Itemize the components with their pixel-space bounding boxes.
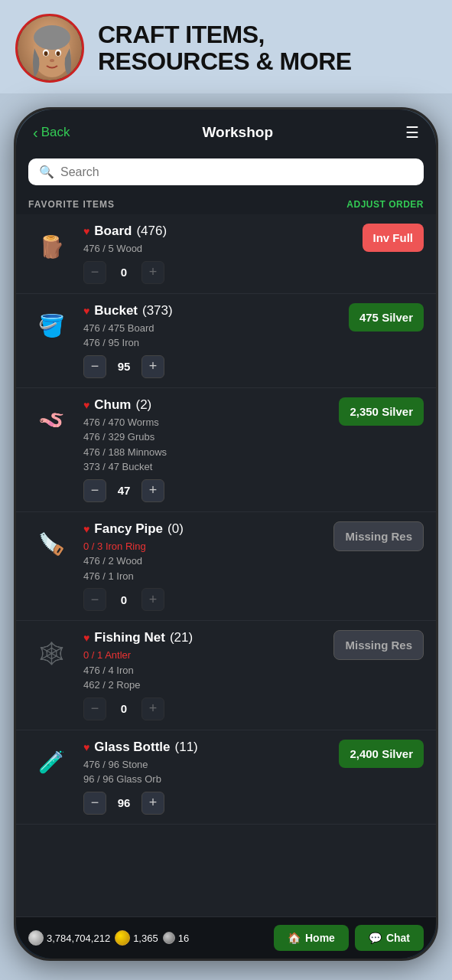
item-details-bucket: ♥ Bucket (373) 476 / 475 Board476 / 95 I… <box>83 303 323 378</box>
promo-header: CRAFT ITEMS, RESOURCES & MORE <box>0 0 452 93</box>
resource-line: 476 / 188 Minnows <box>83 445 323 460</box>
item-details-board: ♥ Board (476) 476 / 5 Wood − 0 + <box>83 224 323 284</box>
favorite-heart-icon[interactable]: ♥ <box>83 632 89 644</box>
action-button[interactable]: 475 Silver <box>349 303 424 332</box>
item-count: (11) <box>175 740 198 755</box>
qty-plus-button[interactable]: + <box>141 261 164 284</box>
item-action-glass-bottle: 2,400 Silver <box>332 740 424 768</box>
favorite-heart-icon[interactable]: ♥ <box>83 523 89 535</box>
item-action-fancy-pipe: Missing Res <box>332 521 424 551</box>
favorite-heart-icon[interactable]: ♥ <box>83 741 89 753</box>
qty-value: 0 <box>112 266 135 279</box>
svg-point-2 <box>34 25 70 50</box>
quantity-row: − 0 + <box>83 697 323 720</box>
item-icon-board: 🪵 <box>28 224 74 270</box>
resource-line: 96 / 96 Glass Orb <box>83 772 323 787</box>
adjust-order-button[interactable]: ADJUST ORDER <box>346 199 424 210</box>
items-list: 🪵 ♥ Board (476) 476 / 5 Wood − 0 + Inv F… <box>16 214 436 916</box>
section-header: FAVORITE ITEMS ADJUST ORDER <box>16 193 436 214</box>
qty-minus-button[interactable]: − <box>83 355 106 378</box>
resource-line: 373 / 47 Bucket <box>83 459 323 475</box>
qty-value: 47 <box>112 484 135 497</box>
resource-line: 476 / 329 Grubs <box>83 430 323 445</box>
item-name: Bucket <box>94 303 138 318</box>
avatar <box>15 14 84 83</box>
resource-line: 476 / 95 Iron <box>83 335 323 351</box>
item-icon-chum: 🪱 <box>28 397 74 443</box>
small-coin-icon <box>163 932 175 944</box>
qty-minus-button[interactable]: − <box>83 479 106 502</box>
search-input-wrap[interactable]: 🔍 <box>28 158 424 185</box>
qty-value: 95 <box>112 360 135 373</box>
chat-label: Chat <box>386 932 410 944</box>
qty-minus-button[interactable]: − <box>83 588 106 611</box>
resource-missing: 0 / 3 Iron Ring <box>83 539 323 554</box>
action-button[interactable]: 2,350 Silver <box>339 397 424 426</box>
screen-title: Workshop <box>202 124 273 141</box>
item-title-row: ♥ Board (476) <box>83 224 323 239</box>
list-item: 🕸️ ♥ Fishing Net (21) 0 / 1 Antler476 / … <box>16 621 436 730</box>
favorite-heart-icon[interactable]: ♥ <box>83 305 89 317</box>
quantity-row: − 0 + <box>83 261 323 284</box>
list-item: 🪣 ♥ Bucket (373) 476 / 475 Board476 / 95… <box>16 294 436 388</box>
qty-plus-button[interactable]: + <box>141 355 164 378</box>
screen: ‹ Back Workshop ☰ 🔍 FAVORITE ITEMS ADJUS… <box>16 109 436 959</box>
quantity-row: − 0 + <box>83 588 323 611</box>
item-count: (2) <box>135 397 151 413</box>
qty-plus-button[interactable]: + <box>141 792 164 815</box>
currency-group: 3,784,704,212 1,365 16 <box>28 930 266 946</box>
search-input[interactable] <box>60 165 413 179</box>
qty-minus-button[interactable]: − <box>83 261 106 284</box>
menu-icon[interactable]: ☰ <box>405 123 419 142</box>
action-button[interactable]: Inv Full <box>363 224 424 252</box>
item-icon-fancy-pipe: 🪚 <box>28 521 74 567</box>
silver-value: 3,784,704,212 <box>47 933 110 944</box>
svg-point-7 <box>50 59 54 62</box>
list-item: 🪚 ♥ Fancy Pipe (0) 0 / 3 Iron Ring476 / … <box>16 512 436 622</box>
currency-gold: 1,365 <box>115 930 158 946</box>
item-name: Board <box>94 224 132 239</box>
item-title-row: ♥ Fancy Pipe (0) <box>83 521 323 537</box>
item-count: (373) <box>142 303 173 318</box>
action-button[interactable]: 2,400 Silver <box>339 740 424 768</box>
back-chevron-icon: ‹ <box>33 124 38 142</box>
item-action-chum: 2,350 Silver <box>332 397 424 426</box>
favorite-heart-icon[interactable]: ♥ <box>83 399 89 411</box>
search-bar: 🔍 <box>16 151 436 193</box>
home-button[interactable]: 🏠 Home <box>274 925 349 951</box>
item-icon-fishing-net: 🕸️ <box>28 630 74 676</box>
item-details-chum: ♥ Chum (2) 476 / 470 Worms476 / 329 Grub… <box>83 397 323 502</box>
item-count: (21) <box>170 630 193 645</box>
item-name: Glass Bottle <box>94 740 170 755</box>
qty-plus-button[interactable]: + <box>141 697 164 720</box>
action-button[interactable]: Missing Res <box>333 521 424 551</box>
item-details-glass-bottle: ♥ Glass Bottle (11) 476 / 96 Stone96 / 9… <box>83 740 323 815</box>
item-title-row: ♥ Chum (2) <box>83 397 323 413</box>
qty-minus-button[interactable]: − <box>83 697 106 720</box>
qty-plus-button[interactable]: + <box>141 588 164 611</box>
gold-value: 1,365 <box>133 933 158 944</box>
back-label: Back <box>41 125 70 140</box>
home-icon: 🏠 <box>288 932 301 944</box>
nav-btn-group: 🏠 Home 💬 Chat <box>274 925 424 951</box>
resource-line: 476 / 4 Iron <box>83 663 323 678</box>
item-action-board: Inv Full <box>332 224 424 252</box>
qty-plus-button[interactable]: + <box>141 479 164 502</box>
qty-minus-button[interactable]: − <box>83 792 106 815</box>
back-button[interactable]: ‹ Back <box>33 124 70 142</box>
top-bar: ‹ Back Workshop ☰ <box>16 109 436 151</box>
favorite-items-label: FAVORITE ITEMS <box>28 199 115 210</box>
favorite-heart-icon[interactable]: ♥ <box>83 225 89 237</box>
item-title-row: ♥ Fishing Net (21) <box>83 630 323 645</box>
qty-value: 0 <box>112 702 135 715</box>
currency-small: 16 <box>163 932 189 944</box>
action-button[interactable]: Missing Res <box>333 630 424 660</box>
resource-line: 476 / 470 Worms <box>83 415 323 430</box>
phone-frame: ‹ Back Workshop ☰ 🔍 FAVORITE ITEMS ADJUS… <box>14 107 438 961</box>
item-action-fishing-net: Missing Res <box>332 630 424 660</box>
qty-value: 96 <box>112 796 135 809</box>
silver-coin-icon <box>28 930 44 946</box>
chat-icon: 💬 <box>369 932 382 944</box>
promo-title: CRAFT ITEMS, RESOURCES & MORE <box>98 21 352 75</box>
chat-button[interactable]: 💬 Chat <box>355 925 424 951</box>
